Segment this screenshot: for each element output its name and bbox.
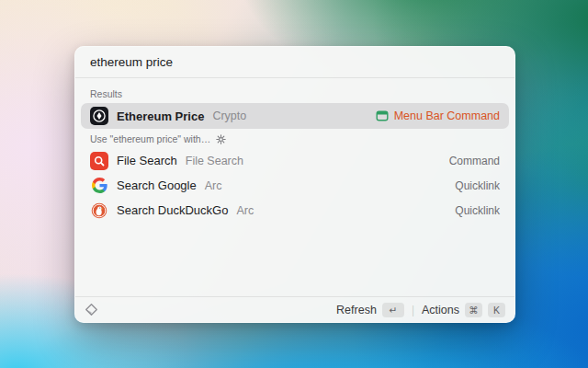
list-item-search-duckduckgo[interactable]: Search DuckDuckGo Arc Quicklink (81, 198, 509, 223)
desktop: { "colors": { "accent_orange": "#D9541F"… (0, 0, 588, 368)
menu-bar-icon (376, 109, 389, 122)
duckduckgo-icon (90, 201, 108, 220)
file-search-icon (90, 152, 108, 170)
actions-button[interactable]: Actions ⌘ K (422, 303, 505, 317)
ethereum-icon (90, 107, 108, 125)
search-input[interactable] (90, 55, 500, 69)
footer-bar: Refresh ↵ | Actions ⌘ K (75, 296, 514, 322)
list-item-subtitle: Arc (236, 204, 254, 217)
list-item-subtitle: Crypto (212, 109, 246, 122)
refresh-button[interactable]: Refresh ↵ (336, 303, 404, 317)
item-type-badge: Command (449, 155, 500, 167)
cmd-key-badge: ⌘ (465, 303, 482, 317)
list-item-title: File Search (117, 154, 177, 167)
list-item-search-google[interactable]: Search Google Arc Quicklink (81, 173, 509, 198)
list-item-file-search[interactable]: File Search File Search Command (81, 148, 509, 173)
launcher-window: Results Ethereum Price Crypto (74, 46, 515, 323)
use-with-section-label: Use "ethereum price" with… (81, 129, 509, 148)
list-item-title: Search DuckDuckGo (117, 203, 228, 217)
google-icon (90, 177, 108, 195)
k-key-badge: K (488, 303, 505, 317)
gear-icon[interactable] (216, 134, 226, 144)
list-item-title: Ethereum Price (117, 109, 204, 123)
diamond-extension-icon (85, 303, 98, 316)
list-item-ethereum-price[interactable]: Ethereum Price Crypto Menu Bar Command (81, 103, 509, 129)
search-bar (75, 47, 514, 78)
footer-separator: | (412, 304, 414, 316)
item-type-badge: Quicklink (455, 179, 500, 192)
list-item-subtitle: Arc (205, 179, 222, 192)
results-section-label: Results (81, 84, 509, 103)
list-item-title: Search Google (117, 178, 197, 192)
list-item-subtitle: File Search (186, 155, 243, 167)
results-list: Results Ethereum Price Crypto (75, 78, 514, 296)
return-key-badge: ↵ (382, 303, 404, 317)
item-type-badge: Quicklink (455, 204, 500, 217)
item-type-badge: Menu Bar Command (376, 109, 500, 122)
